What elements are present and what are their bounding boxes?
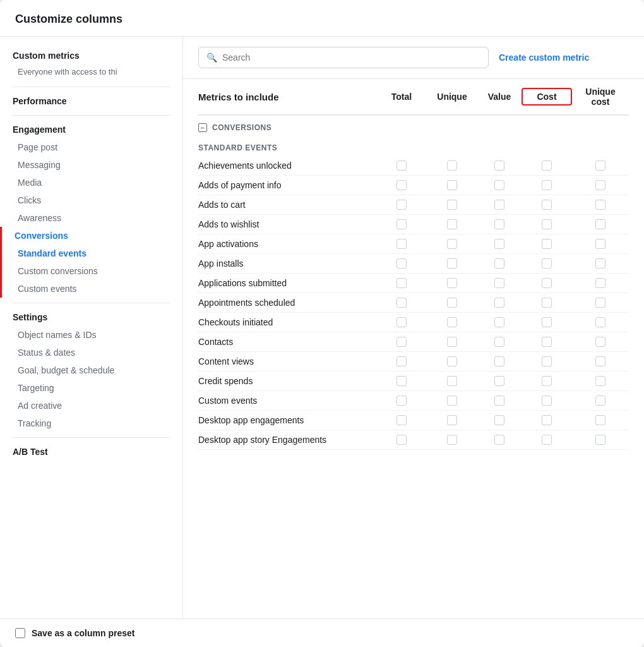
checkbox-cost[interactable] <box>522 415 572 425</box>
checkbox-input[interactable] <box>397 396 407 406</box>
checkbox-input[interactable] <box>397 356 407 366</box>
checkbox-input[interactable] <box>397 180 407 190</box>
checkbox-unique-cost[interactable] <box>572 435 629 445</box>
checkbox-value[interactable] <box>477 337 522 347</box>
checkbox-unique-cost[interactable] <box>572 376 629 386</box>
checkbox-value[interactable] <box>477 435 522 445</box>
checkbox-total[interactable] <box>376 278 427 288</box>
checkbox-total[interactable] <box>376 298 427 308</box>
sidebar-item-status-dates[interactable]: Status & dates <box>0 344 182 361</box>
checkbox-input[interactable] <box>397 435 407 445</box>
checkbox-input[interactable] <box>595 160 605 171</box>
checkbox-input[interactable] <box>542 435 552 445</box>
checkbox-input[interactable] <box>447 219 457 229</box>
checkbox-unique-cost[interactable] <box>572 180 629 190</box>
checkbox-input[interactable] <box>542 337 552 347</box>
checkbox-total[interactable] <box>376 200 427 210</box>
checkbox-input[interactable] <box>447 278 457 288</box>
checkbox-total[interactable] <box>376 396 427 406</box>
checkbox-input[interactable] <box>542 258 552 269</box>
checkbox-unique[interactable] <box>427 376 477 386</box>
checkbox-input[interactable] <box>595 239 605 249</box>
checkbox-unique[interactable] <box>427 219 477 229</box>
checkbox-input[interactable] <box>397 337 407 347</box>
checkbox-input[interactable] <box>542 239 552 249</box>
checkbox-unique-cost[interactable] <box>572 317 629 327</box>
checkbox-input[interactable] <box>595 376 605 386</box>
checkbox-input[interactable] <box>447 180 457 190</box>
checkbox-input[interactable] <box>447 160 457 171</box>
checkbox-input[interactable] <box>447 239 457 249</box>
checkbox-input[interactable] <box>542 356 552 366</box>
checkbox-input[interactable] <box>595 298 605 308</box>
sidebar-item-page-post[interactable]: Page post <box>0 138 182 156</box>
checkbox-input[interactable] <box>397 317 407 327</box>
checkbox-unique[interactable] <box>427 258 477 269</box>
checkbox-input[interactable] <box>542 160 552 171</box>
checkbox-input[interactable] <box>447 415 457 425</box>
checkbox-input[interactable] <box>542 317 552 327</box>
checkbox-input[interactable] <box>595 258 605 269</box>
checkbox-cost[interactable] <box>522 258 572 269</box>
checkbox-input[interactable] <box>595 435 605 445</box>
checkbox-value[interactable] <box>477 415 522 425</box>
checkbox-input[interactable] <box>494 435 504 445</box>
checkbox-unique[interactable] <box>427 278 477 288</box>
checkbox-input[interactable] <box>542 298 552 308</box>
checkbox-input[interactable] <box>494 180 504 190</box>
checkbox-unique-cost[interactable] <box>572 258 629 269</box>
checkbox-cost[interactable] <box>522 200 572 210</box>
checkbox-value[interactable] <box>477 160 522 171</box>
checkbox-input[interactable] <box>494 278 504 288</box>
checkbox-value[interactable] <box>477 258 522 269</box>
sidebar-item-messaging[interactable]: Messaging <box>0 156 182 174</box>
sidebar-item-ad-creative[interactable]: Ad creative <box>0 397 182 414</box>
checkbox-total[interactable] <box>376 415 427 425</box>
checkbox-input[interactable] <box>494 200 504 210</box>
checkbox-cost[interactable] <box>522 160 572 171</box>
checkbox-cost[interactable] <box>522 435 572 445</box>
checkbox-input[interactable] <box>595 200 605 210</box>
checkbox-cost[interactable] <box>522 376 572 386</box>
sidebar-item-goal-budget[interactable]: Goal, budget & schedule <box>0 361 182 379</box>
checkbox-cost[interactable] <box>522 180 572 190</box>
checkbox-input[interactable] <box>397 415 407 425</box>
checkbox-input[interactable] <box>397 298 407 308</box>
checkbox-input[interactable] <box>447 298 457 308</box>
checkbox-input[interactable] <box>494 396 504 406</box>
checkbox-unique[interactable] <box>427 396 477 406</box>
sidebar-item-custom-events[interactable]: Custom events <box>2 280 182 298</box>
engagement-section[interactable]: Engagement <box>0 121 182 138</box>
checkbox-input[interactable] <box>595 219 605 229</box>
checkbox-input[interactable] <box>494 219 504 229</box>
sidebar-item-clicks[interactable]: Clicks <box>0 191 182 209</box>
checkbox-unique[interactable] <box>427 200 477 210</box>
checkbox-unique-cost[interactable] <box>572 337 629 347</box>
checkbox-input[interactable] <box>542 415 552 425</box>
sidebar-item-object-names[interactable]: Object names & IDs <box>0 326 182 344</box>
checkbox-cost[interactable] <box>522 219 572 229</box>
checkbox-input[interactable] <box>494 258 504 269</box>
checkbox-cost[interactable] <box>522 317 572 327</box>
checkbox-unique[interactable] <box>427 435 477 445</box>
checkbox-value[interactable] <box>477 278 522 288</box>
checkbox-input[interactable] <box>494 160 504 171</box>
checkbox-input[interactable] <box>595 415 605 425</box>
checkbox-total[interactable] <box>376 219 427 229</box>
checkbox-input[interactable] <box>542 200 552 210</box>
checkbox-input[interactable] <box>397 258 407 269</box>
checkbox-value[interactable] <box>477 317 522 327</box>
performance-section[interactable]: Performance <box>0 92 182 110</box>
checkbox-input[interactable] <box>542 376 552 386</box>
checkbox-value[interactable] <box>477 219 522 229</box>
checkbox-unique[interactable] <box>427 298 477 308</box>
checkbox-unique[interactable] <box>427 356 477 366</box>
checkbox-input[interactable] <box>595 317 605 327</box>
save-preset-checkbox[interactable] <box>15 628 25 638</box>
sidebar-item-tracking[interactable]: Tracking <box>0 414 182 432</box>
checkbox-total[interactable] <box>376 337 427 347</box>
checkbox-input[interactable] <box>397 200 407 210</box>
checkbox-input[interactable] <box>542 278 552 288</box>
checkbox-unique-cost[interactable] <box>572 239 629 249</box>
checkbox-unique[interactable] <box>427 239 477 249</box>
